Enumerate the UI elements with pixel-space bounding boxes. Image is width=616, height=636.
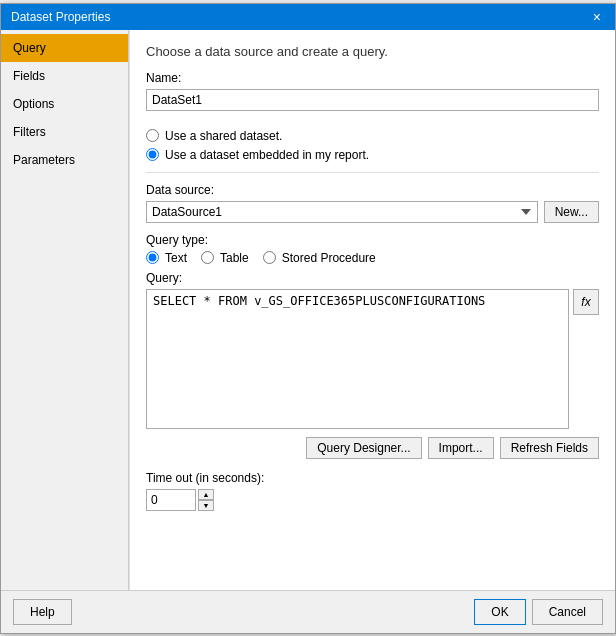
query-type-text-label[interactable]: Text: [165, 251, 187, 265]
sidebar-item-filters[interactable]: Filters: [1, 118, 128, 146]
cancel-button[interactable]: Cancel: [532, 599, 603, 625]
query-area-container: fx: [146, 289, 599, 429]
timeout-label: Time out (in seconds):: [146, 471, 599, 485]
radio-shared-label[interactable]: Use a shared dataset.: [165, 129, 282, 143]
query-type-stored-row: Stored Procedure: [263, 251, 376, 265]
query-textarea[interactable]: [146, 289, 569, 429]
help-button[interactable]: Help: [13, 599, 72, 625]
close-button[interactable]: ×: [589, 10, 605, 24]
radio-query-table[interactable]: [201, 251, 214, 264]
datasource-select[interactable]: DataSource1: [146, 201, 538, 223]
radio-shared[interactable]: [146, 129, 159, 142]
query-designer-button[interactable]: Query Designer...: [306, 437, 421, 459]
timeout-input[interactable]: [146, 489, 196, 511]
datasource-row: DataSource1 New...: [146, 201, 599, 223]
query-type-label: Query type:: [146, 233, 599, 247]
dialog-title: Dataset Properties: [11, 10, 110, 24]
sidebar-item-options[interactable]: Options: [1, 90, 128, 118]
radio-query-stored[interactable]: [263, 251, 276, 264]
divider-1: [146, 172, 599, 173]
sidebar: Query Fields Options Filters Parameters: [1, 30, 129, 590]
footer-right: OK Cancel: [474, 599, 603, 625]
name-input[interactable]: [146, 89, 599, 111]
main-content: Choose a data source and create a query.…: [129, 30, 615, 590]
radio-shared-row: Use a shared dataset.: [146, 129, 599, 143]
query-label: Query:: [146, 271, 599, 285]
sidebar-item-query[interactable]: Query: [1, 34, 128, 62]
spinner-down-button[interactable]: ▼: [198, 500, 214, 511]
sidebar-item-parameters[interactable]: Parameters: [1, 146, 128, 174]
spinner-up-button[interactable]: ▲: [198, 489, 214, 500]
ok-button[interactable]: OK: [474, 599, 525, 625]
title-bar: Dataset Properties ×: [1, 4, 615, 30]
query-type-table-row: Table: [201, 251, 249, 265]
dataset-properties-dialog: Dataset Properties × Query Fields Option…: [0, 3, 616, 634]
dataset-type-group: Use a shared dataset. Use a dataset embe…: [146, 129, 599, 162]
new-datasource-button[interactable]: New...: [544, 201, 599, 223]
fx-button[interactable]: fx: [573, 289, 599, 315]
query-buttons-row: Query Designer... Import... Refresh Fiel…: [146, 437, 599, 459]
refresh-fields-button[interactable]: Refresh Fields: [500, 437, 599, 459]
dialog-body: Query Fields Options Filters Parameters …: [1, 30, 615, 590]
radio-query-text[interactable]: [146, 251, 159, 264]
radio-embedded[interactable]: [146, 148, 159, 161]
import-button[interactable]: Import...: [428, 437, 494, 459]
query-type-text-row: Text: [146, 251, 187, 265]
section-description: Choose a data source and create a query.: [146, 44, 599, 59]
sidebar-item-fields[interactable]: Fields: [1, 62, 128, 90]
name-label: Name:: [146, 71, 599, 85]
spinner-container: ▲ ▼: [146, 489, 599, 511]
spinner-buttons: ▲ ▼: [198, 489, 214, 511]
timeout-section: Time out (in seconds): ▲ ▼: [146, 471, 599, 511]
radio-embedded-row: Use a dataset embedded in my report.: [146, 148, 599, 162]
radio-embedded-label[interactable]: Use a dataset embedded in my report.: [165, 148, 369, 162]
query-type-group: Text Table Stored Procedure: [146, 251, 599, 265]
datasource-label: Data source:: [146, 183, 599, 197]
query-type-table-label[interactable]: Table: [220, 251, 249, 265]
dialog-footer: Help OK Cancel: [1, 590, 615, 633]
query-type-stored-label[interactable]: Stored Procedure: [282, 251, 376, 265]
